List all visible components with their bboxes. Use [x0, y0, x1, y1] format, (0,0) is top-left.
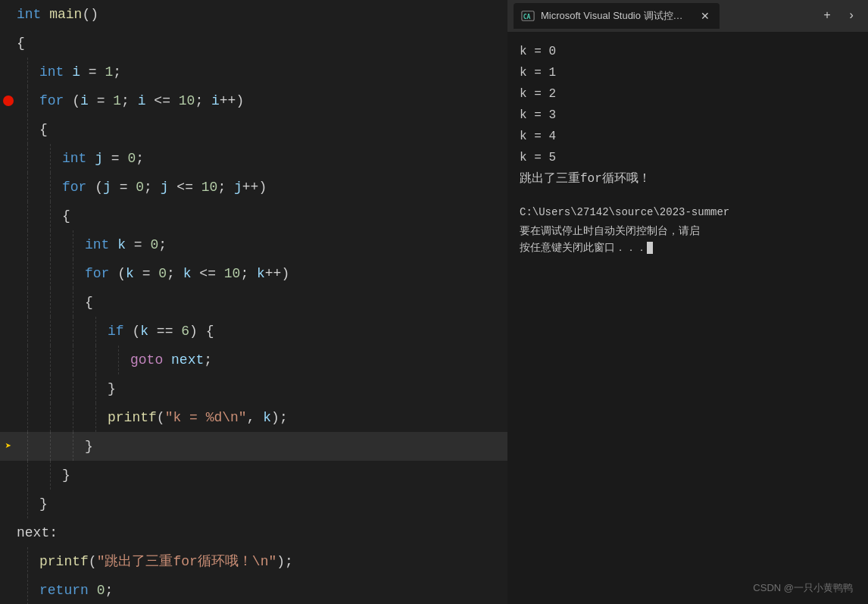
code-line: {: [0, 202, 507, 230]
indent-guide: [62, 403, 85, 432]
indent-guide: [62, 317, 85, 346]
svg-text:CA: CA: [523, 13, 531, 20]
line-gutter: [0, 547, 17, 576]
indent-guide: [17, 202, 39, 230]
indent-guide: [62, 374, 85, 403]
indent-guide: [39, 230, 62, 259]
indent-guide: [39, 403, 62, 432]
terminal-tab[interactable]: CA Microsoft Visual Studio 调试控制台 ✕: [514, 3, 720, 29]
code-token: int j = 0;: [62, 144, 507, 173]
line-gutter: [0, 115, 17, 144]
code-token: return 0;: [39, 576, 507, 604]
indent-guide: [17, 317, 39, 346]
indent-guide: [17, 58, 39, 86]
indent-guide: [39, 461, 62, 490]
terminal-body: k = 0k = 1k = 2k = 3k = 4k = 5跳出了三重for循环…: [507, 32, 868, 604]
indent-guide: [39, 144, 62, 173]
code-line: for (k = 0; k <= 10; k++): [0, 259, 507, 288]
code-token: for (i = 1; i <= 10; i++): [39, 86, 507, 115]
terminal-output-line: 跳出了三重for循环哦！: [520, 168, 856, 189]
code-token: }: [108, 374, 507, 403]
code-editor: int main(){int i = 1;for (i = 1; i <= 10…: [0, 0, 507, 604]
line-gutter: [0, 490, 17, 518]
code-line: next:: [0, 518, 507, 547]
line-gutter: [0, 518, 17, 547]
terminal-add-button[interactable]: +: [816, 5, 838, 27]
code-line: {: [0, 115, 507, 144]
indent-guide: [85, 374, 108, 403]
indent-guide: [17, 432, 39, 461]
code-token: {: [62, 202, 507, 230]
code-token: for (j = 0; j <= 10; j++): [62, 173, 507, 202]
line-gutter: [0, 461, 17, 490]
terminal-tab-bar: CA Microsoft Visual Studio 调试控制台 ✕ + ›: [507, 0, 868, 32]
indent-guide: [17, 288, 39, 317]
terminal-chevron-button[interactable]: ›: [841, 5, 862, 27]
code-token: {: [39, 115, 507, 144]
watermark: CSDN @一只小黄鸭鸭: [753, 581, 853, 595]
line-gutter: [0, 403, 17, 432]
code-line: }: [0, 490, 507, 518]
indent-guide: [62, 432, 85, 461]
indent-guide: [39, 259, 62, 288]
indent-guide: [17, 173, 39, 202]
code-line: printf("跳出了三重for循环哦！\n");: [0, 547, 507, 576]
terminal-path: C:\Users\27142\source\2023-summer: [520, 202, 856, 223]
terminal-close-button[interactable]: ✕: [698, 9, 712, 23]
indent-guide: [108, 346, 130, 374]
breakpoint-indicator: [3, 95, 14, 106]
code-line: for (i = 1; i <= 10; i++): [0, 86, 507, 115]
code-line: {: [0, 29, 507, 58]
indent-guide: [17, 547, 39, 576]
code-line: for (j = 0; j <= 10; j++): [0, 173, 507, 202]
indent-guide: [39, 288, 62, 317]
indent-guide: [17, 374, 39, 403]
line-gutter: [0, 202, 17, 230]
code-line: return 0;: [0, 576, 507, 604]
arrow-indicator: ➤: [5, 432, 11, 461]
ca-icon: CA: [521, 9, 535, 23]
terminal-info-line-1: 要在调试停止时自动关闭控制台，请启: [520, 223, 856, 239]
code-token: {: [85, 288, 507, 317]
indent-guide: [17, 259, 39, 288]
code-token: }: [62, 461, 507, 490]
code-token: if (k == 6) {: [108, 317, 507, 346]
line-gutter: [0, 29, 17, 58]
line-gutter: [0, 346, 17, 374]
line-gutter: [0, 374, 17, 403]
indent-guide: [39, 173, 62, 202]
code-line: ➤}: [0, 432, 507, 461]
terminal-output-line: k = 5: [520, 147, 856, 168]
code-line: if (k == 6) {: [0, 317, 507, 346]
terminal-output-line: k = 4: [520, 126, 856, 147]
line-gutter: [0, 173, 17, 202]
indent-guide: [17, 115, 39, 144]
code-token: int main(): [17, 0, 507, 29]
terminal-output-line: k = 1: [520, 62, 856, 83]
code-line: goto next;: [0, 346, 507, 374]
line-gutter: [0, 317, 17, 346]
indent-guide: [17, 230, 39, 259]
indent-guide: [62, 346, 85, 374]
code-token: }: [85, 432, 507, 461]
indent-guide: [39, 432, 62, 461]
line-gutter: [0, 86, 17, 115]
terminal-cursor: [647, 242, 653, 254]
code-line: }: [0, 374, 507, 403]
indent-guide: [17, 144, 39, 173]
line-gutter: [0, 230, 17, 259]
indent-guide: [17, 403, 39, 432]
code-token: printf("跳出了三重for循环哦！\n");: [39, 547, 507, 576]
code-token: int k = 0;: [85, 230, 507, 259]
indent-guide: [62, 288, 85, 317]
line-gutter: ➤: [0, 432, 17, 461]
code-token: int i = 1;: [39, 58, 507, 86]
indent-guide: [17, 346, 39, 374]
code-line: {: [0, 288, 507, 317]
line-gutter: [0, 144, 17, 173]
terminal-panel: CA Microsoft Visual Studio 调试控制台 ✕ + › k…: [507, 0, 868, 604]
code-content: int main(){int i = 1;for (i = 1; i <= 10…: [0, 0, 507, 604]
indent-guide: [17, 576, 39, 604]
terminal-output-line: k = 2: [520, 83, 856, 105]
code-token: printf("k = %d\n", k);: [108, 403, 507, 432]
